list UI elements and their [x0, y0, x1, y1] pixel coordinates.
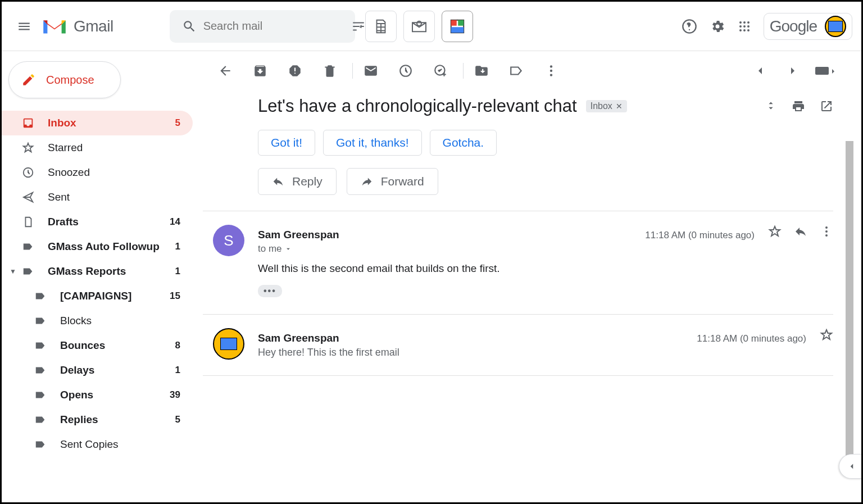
inbox-chip[interactable]: Inbox ✕: [586, 100, 627, 112]
delete-icon[interactable]: [317, 58, 342, 83]
star-icon: [22, 141, 35, 155]
move-icon[interactable]: [469, 58, 494, 83]
menu-icon[interactable]: [11, 13, 38, 40]
gmass-sheet-icon[interactable]: [365, 11, 397, 42]
smart-reply-2[interactable]: Got it, thanks!: [323, 130, 422, 156]
smart-reply-3[interactable]: Gotcha.: [430, 130, 497, 156]
archive-icon[interactable]: [248, 58, 272, 83]
sidebar-item-label: Snoozed: [48, 166, 90, 179]
side-panel-toggle-icon[interactable]: [839, 454, 863, 479]
sidebar-subitem[interactable]: Bounces8: [2, 333, 193, 358]
svg-point-11: [743, 25, 746, 28]
sidebar-item-snoozed[interactable]: Snoozed: [2, 160, 193, 185]
sidebar-item-inbox[interactable]: Inbox5: [2, 111, 193, 135]
label-icon: [34, 289, 48, 303]
sender-avatar[interactable]: [213, 328, 244, 360]
sidebar-subitem[interactable]: Delays1: [2, 358, 193, 383]
sender-name: Sam Greenspan: [258, 332, 339, 344]
help-icon[interactable]: [682, 19, 697, 34]
gmass-build-icon[interactable]: [442, 11, 473, 42]
sidebar-subitem[interactable]: Sent Copies: [2, 432, 193, 457]
svg-point-12: [747, 25, 750, 28]
gmass-followup-icon[interactable]: [403, 11, 435, 42]
scrollbar[interactable]: [846, 141, 853, 473]
more-icon[interactable]: [539, 58, 564, 83]
label-icon: [22, 265, 35, 278]
message-collapsed[interactable]: Sam Greenspan 11:18 AM (0 minutes ago) H…: [258, 315, 833, 375]
sidebar-subitem[interactable]: Blocks: [2, 308, 193, 333]
main: Let's have a chronologically-relevant ch…: [203, 51, 855, 502]
expand-all-icon[interactable]: [765, 99, 777, 113]
clock-icon: [22, 166, 35, 179]
print-icon[interactable]: [792, 99, 805, 113]
chevron-down-icon[interactable]: [284, 245, 292, 253]
reply-button[interactable]: Reply: [258, 168, 337, 195]
new-window-icon[interactable]: [820, 99, 833, 113]
google-account-badge[interactable]: Google: [764, 13, 852, 40]
caret-icon[interactable]: ▼: [10, 267, 16, 275]
sidebar-item-gmass-reports[interactable]: ▼GMass Reports1: [2, 259, 193, 284]
mark-unread-icon[interactable]: [358, 58, 383, 83]
compose-button[interactable]: Compose: [8, 61, 121, 98]
sidebar-item-count: 1: [175, 266, 180, 277]
star-icon[interactable]: [768, 225, 782, 238]
search-input[interactable]: [203, 20, 346, 33]
smart-reply-1[interactable]: Got it!: [258, 130, 315, 156]
remove-label-icon[interactable]: ✕: [616, 102, 623, 111]
svg-rect-2: [451, 20, 456, 25]
sidebar-item-gmass-auto-followup[interactable]: GMass Auto Followup1: [2, 234, 193, 259]
sidebar-item-count: 15: [170, 290, 180, 302]
show-trimmed-icon[interactable]: •••: [258, 285, 282, 297]
sidebar-item-label: Replies: [60, 414, 98, 426]
svg-point-14: [743, 29, 746, 31]
gmail-logo[interactable]: Gmail: [41, 16, 113, 37]
sidebar-item-label: GMass Auto Followup: [48, 240, 160, 253]
sidebar-item-label: Drafts: [48, 216, 79, 228]
sidebar-item-label: Blocks: [60, 315, 92, 327]
input-tools-icon[interactable]: [813, 58, 838, 83]
sender-avatar[interactable]: S: [213, 225, 244, 256]
sidebar-subitem[interactable]: Replies5: [2, 407, 193, 432]
spam-icon[interactable]: [283, 58, 307, 83]
separator: [352, 63, 353, 79]
label-icon[interactable]: [504, 58, 529, 83]
message-time: 11:18 AM (0 minutes ago): [645, 230, 755, 241]
sidebar: Compose Inbox5StarredSnoozedSentDrafts14…: [2, 51, 193, 457]
recipient-line[interactable]: to me: [258, 243, 833, 255]
sidebar-item-count: 39: [170, 389, 180, 401]
snooze-icon[interactable]: [393, 58, 418, 83]
svg-point-15: [747, 29, 750, 31]
search-bar[interactable]: [170, 10, 355, 43]
sidebar-item-count: 1: [175, 241, 180, 252]
thread-subject: Let's have a chronologically-relevant ch…: [258, 96, 577, 116]
forward-button[interactable]: Forward: [347, 168, 438, 195]
svg-point-13: [739, 29, 742, 31]
sidebar-item-label: GMass Reports: [48, 265, 126, 278]
label-icon: [34, 339, 48, 352]
reply-icon[interactable]: [794, 225, 807, 238]
sidebar-item-label: Inbox: [48, 117, 76, 129]
message-more-icon[interactable]: [820, 225, 833, 238]
sidebar-subitem[interactable]: [CAMPAIGNS]15: [2, 284, 193, 308]
message-snippet: Hey there! This is the first email: [258, 347, 833, 358]
svg-point-0: [417, 21, 421, 25]
separator: [463, 63, 464, 79]
newer-icon[interactable]: [748, 58, 773, 83]
header: Gmail: [2, 2, 861, 51]
sidebar-subitem[interactable]: Opens39: [2, 383, 193, 407]
search-icon[interactable]: [175, 19, 203, 34]
sender-name[interactable]: Sam Greenspan: [258, 229, 339, 241]
sidebar-item-drafts[interactable]: Drafts14: [2, 210, 193, 234]
sidebar-item-sent[interactable]: Sent: [2, 185, 193, 210]
sidebar-item-starred[interactable]: Starred: [2, 135, 193, 160]
thread-content: Let's have a chronologically-relevant ch…: [203, 90, 855, 376]
settings-icon[interactable]: [710, 19, 725, 34]
star-icon[interactable]: [820, 328, 833, 342]
apps-icon[interactable]: [738, 20, 751, 33]
svg-point-6: [689, 29, 690, 30]
back-icon[interactable]: [213, 58, 238, 83]
add-task-icon[interactable]: [428, 58, 453, 83]
account-avatar-icon[interactable]: [825, 16, 846, 37]
label-icon: [34, 314, 48, 328]
older-icon[interactable]: [780, 58, 805, 83]
